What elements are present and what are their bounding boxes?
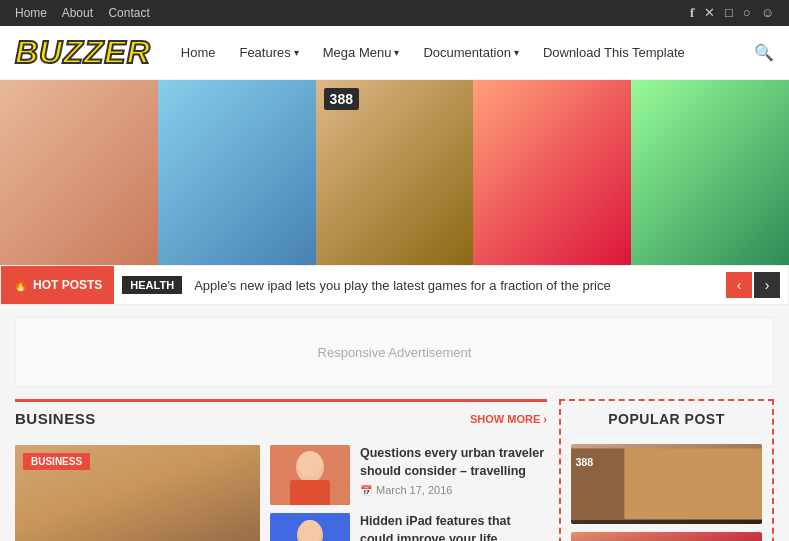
mega-dropdown-arrow: ▾	[394, 47, 399, 58]
top-bar: Home About Contact 𝐟 ✕ □ ○ ☺	[0, 0, 789, 26]
featured-badge: BUSINESS	[23, 453, 90, 470]
business-grid: BUSINESS	[15, 445, 547, 541]
ticker-navigation: ‹ ›	[726, 272, 780, 298]
ticker-text: Apple's new ipad lets you play the lates…	[182, 278, 726, 293]
featured-image: BUSINESS	[15, 445, 260, 541]
ticker-bar: 🔥 HOT POSTS HEALTH Apple's new ipad lets…	[0, 265, 789, 305]
business-section: BUSINESS SHOW MORE › BUSINESS	[15, 399, 547, 541]
business-section-title: BUSINESS	[15, 410, 96, 427]
hero-badge: 388	[324, 88, 359, 110]
features-dropdown-arrow: ▾	[294, 47, 299, 58]
nav-documentation[interactable]: Documentation ▾	[413, 37, 528, 68]
pinterest-icon[interactable]: ○	[743, 5, 751, 21]
article-item[interactable]: Questions every urban traveler should co…	[270, 445, 547, 505]
nav-home[interactable]: Home	[171, 37, 226, 68]
nav-mega-menu[interactable]: Mega Menu ▾	[313, 37, 410, 68]
top-bar-social-icons: 𝐟 ✕ □ ○ ☺	[690, 5, 774, 21]
topbar-contact[interactable]: Contact	[108, 6, 149, 20]
calendar-icon-1: 📅	[360, 485, 372, 496]
topbar-about[interactable]: About	[62, 6, 93, 20]
nav-download[interactable]: Download This Template	[533, 37, 695, 68]
hero-slide-3[interactable]: 388	[316, 80, 474, 265]
site-logo[interactable]: BUZZER	[15, 34, 151, 71]
article-item[interactable]: Hidden iPad features that could improve …	[270, 513, 547, 541]
hero-slide-5[interactable]	[631, 80, 789, 265]
svg-point-10	[298, 451, 322, 477]
fire-icon: 🔥	[13, 278, 28, 292]
skype-icon[interactable]: ☺	[761, 5, 774, 21]
svg-point-3	[107, 468, 167, 532]
popular-list: 388 How to Use Your Smartphone Battery L…	[571, 444, 762, 541]
article-title-2: Hidden iPad features that could improve …	[360, 513, 547, 541]
popular-section-header: POPULAR POST	[571, 411, 762, 434]
ad-text: Responsive Advertisement	[318, 345, 472, 360]
popular-post-item[interactable]: 388 How to Use Your Smartphone Battery L…	[571, 444, 762, 524]
hero-slide-4[interactable]	[473, 80, 631, 265]
svg-point-5	[121, 493, 129, 501]
featured-article[interactable]: BUSINESS	[15, 445, 260, 541]
nav-features[interactable]: Features ▾	[229, 37, 308, 68]
ticker-label: 🔥 HOT POSTS	[1, 266, 114, 304]
sidebar: POPULAR POST 388 How to Use Your Smartph…	[559, 399, 774, 541]
facebook-icon[interactable]: 𝐟	[690, 5, 694, 21]
x-twitter-icon[interactable]: ✕	[704, 5, 715, 21]
search-icon[interactable]: 🔍	[754, 43, 774, 62]
svg-point-6	[145, 493, 153, 501]
svg-point-4	[87, 462, 187, 498]
popular-post-item[interactable]: Questions every urban traveler should co…	[571, 532, 762, 541]
top-bar-nav: Home About Contact	[15, 6, 162, 20]
ticker-prev-button[interactable]: ‹	[726, 272, 752, 298]
popular-title: POPULAR POST	[608, 411, 724, 427]
article-date-1: 📅 March 17, 2016	[360, 484, 547, 496]
business-section-header: BUSINESS SHOW MORE ›	[15, 399, 547, 435]
ad-banner: Responsive Advertisement	[15, 317, 774, 387]
popular-section: POPULAR POST 388 How to Use Your Smartph…	[559, 399, 774, 541]
article-thumb-2	[270, 513, 350, 541]
hero-slide-2[interactable]	[158, 80, 316, 265]
thumb-illustration-2	[270, 513, 350, 541]
show-more-link[interactable]: SHOW MORE ›	[470, 413, 547, 425]
svg-point-1	[102, 465, 172, 541]
header: BUZZER Home Features ▾ Mega Menu ▾ Docum…	[0, 26, 789, 80]
main-content-area: BUSINESS SHOW MORE › BUSINESS	[0, 399, 789, 541]
svg-text:388: 388	[575, 456, 593, 468]
ticker-next-button[interactable]: ›	[754, 272, 780, 298]
article-info-1: Questions every urban traveler should co…	[360, 445, 547, 496]
svg-rect-9	[290, 480, 330, 505]
article-info-2: Hidden iPad features that could improve …	[360, 513, 547, 541]
article-title-1: Questions every urban traveler should co…	[360, 445, 547, 480]
article-thumb-1	[270, 445, 350, 505]
hero-slide-1[interactable]	[0, 80, 158, 265]
main-nav: Home Features ▾ Mega Menu ▾ Documentatio…	[171, 37, 754, 68]
hero-slider: 388	[0, 80, 789, 265]
instagram-icon[interactable]: □	[725, 5, 733, 21]
topbar-home[interactable]: Home	[15, 6, 47, 20]
popular-overlay-2	[571, 532, 762, 541]
popular-img-1: 388	[571, 444, 762, 524]
ticker-category-tag: HEALTH	[122, 276, 182, 294]
article-list: Questions every urban traveler should co…	[270, 445, 547, 541]
docs-dropdown-arrow: ▾	[514, 47, 519, 58]
thumb-illustration-1	[270, 445, 350, 505]
